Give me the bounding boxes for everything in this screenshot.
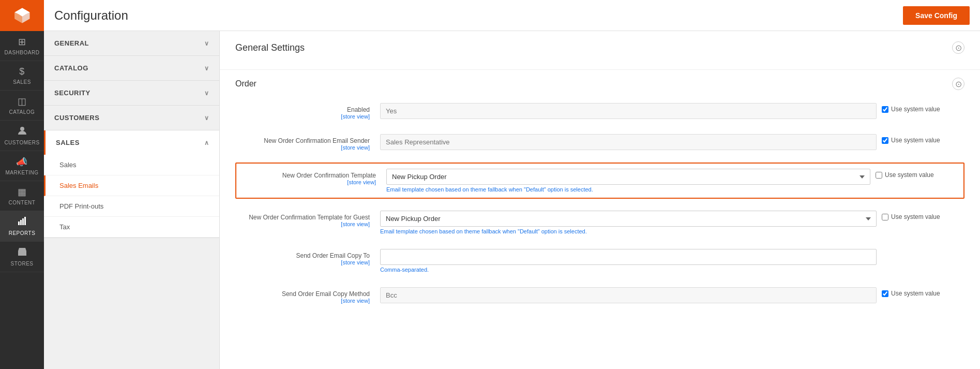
- order-template-guest-select[interactable]: New Pickup Order New Order Default: [380, 211, 877, 227]
- left-nav-panel: GENERAL ∨ CATALOG ∨ SECURITY ∨ CUSTOMERS: [44, 31, 220, 369]
- sidebar-item-sales[interactable]: $ SALES: [0, 61, 44, 91]
- field-order-sender-input: Sales Representative General Contact: [380, 134, 877, 150]
- order-template-system-value-label: Use system value: [885, 171, 934, 179]
- order-sender-system-value-checkbox[interactable]: [882, 137, 888, 144]
- general-settings-section: General Settings ⊙: [220, 31, 980, 70]
- field-order-template: New Order Confirmation Template [store v…: [235, 163, 964, 199]
- field-enabled-label: Enabled [store view]: [235, 103, 380, 120]
- chevron-down-icon: ∨: [204, 114, 209, 122]
- chevron-down-icon: ∨: [204, 90, 209, 97]
- email-copy-method-select[interactable]: Bcc Separate Email: [380, 287, 877, 303]
- catalog-icon: ◫: [18, 96, 27, 107]
- sidebar-item-reports[interactable]: REPORTS: [0, 211, 44, 242]
- nav-section-catalog: CATALOG ∨: [44, 56, 219, 81]
- field-order-template-guest-input: New Pickup Order New Order Default Email…: [380, 211, 877, 234]
- svg-rect-2: [20, 220, 22, 225]
- field-email-copy-to-label: Send Order Email Copy To [store view]: [235, 249, 380, 265]
- order-template-system-value: Use system value: [870, 169, 958, 179]
- sidebar-item-stores[interactable]: STORES: [0, 242, 44, 272]
- order-template-guest-hint: Email template chosen based on theme fal…: [380, 228, 877, 234]
- order-template-guest-system-value-label: Use system value: [891, 213, 940, 220]
- field-email-copy-method: Send Order Email Copy Method [store view…: [235, 285, 964, 306]
- order-template-select[interactable]: New Pickup Order New Order Default: [386, 169, 870, 185]
- field-order-template-input: New Pickup Order New Order Default Email…: [386, 169, 870, 193]
- order-template-hint: Email template chosen based on theme fal…: [386, 186, 870, 193]
- dashboard-icon: ⊞: [18, 36, 26, 48]
- order-sender-select[interactable]: Sales Representative General Contact: [380, 134, 877, 150]
- content-icon: ▦: [18, 186, 27, 198]
- customers-icon: [18, 126, 27, 138]
- order-template-system-value-checkbox[interactable]: [876, 172, 882, 179]
- enabled-system-value-checkbox[interactable]: [882, 106, 888, 113]
- page-title: Configuration: [54, 8, 128, 23]
- chevron-down-icon: ∨: [204, 65, 209, 72]
- sidebar-item-label: REPORTS: [9, 230, 36, 236]
- sidebar-item-marketing[interactable]: 📣 MARKETING: [0, 151, 44, 181]
- nav-section-general-label: GENERAL: [54, 39, 89, 47]
- sidebar-item-label: CUSTOMERS: [4, 140, 39, 145]
- collapse-order-button[interactable]: ⊙: [952, 78, 964, 90]
- marketing-icon: 📣: [16, 156, 28, 168]
- field-enabled: Enabled [store view] Yes No Use: [235, 100, 964, 122]
- sales-icon: $: [19, 66, 25, 77]
- sidebar-item-customers[interactable]: CUSTOMERS: [0, 121, 44, 151]
- nav-section-catalog-label: CATALOG: [54, 64, 88, 72]
- order-sender-system-value-label: Use system value: [891, 137, 940, 144]
- content-area: GENERAL ∨ CATALOG ∨ SECURITY ∨ CUSTOMERS: [44, 31, 980, 369]
- collapse-general-button[interactable]: ⊙: [952, 41, 964, 54]
- nav-section-general-header[interactable]: GENERAL ∨: [44, 31, 219, 55]
- nav-section-customers-header[interactable]: CUSTOMERS ∨: [44, 106, 219, 130]
- email-copy-to-system-value: [877, 249, 964, 252]
- order-template-guest-system-value-checkbox[interactable]: [882, 214, 888, 220]
- chevron-down-icon: ∨: [204, 40, 209, 47]
- nav-section-security-label: SECURITY: [54, 89, 91, 97]
- field-order-template-guest: New Order Confirmation Template for Gues…: [235, 208, 964, 237]
- nav-section-sales: SALES ∧ Sales Sales Emails PDF Print-out…: [44, 130, 219, 238]
- nav-sub-item-sales-emails[interactable]: Sales Emails: [44, 175, 219, 196]
- general-settings-title: General Settings: [235, 42, 305, 53]
- email-copy-method-system-value-label: Use system value: [891, 290, 940, 297]
- enabled-select[interactable]: Yes No: [380, 103, 877, 119]
- enabled-system-value: Use system value: [877, 103, 964, 113]
- order-section-header: Order ⊙: [235, 78, 964, 90]
- field-email-copy-to-input: Comma-separated.: [380, 249, 877, 273]
- main-content: Configuration Save Config GENERAL ∨ CATA…: [44, 0, 980, 369]
- field-order-template-guest-label: New Order Confirmation Template for Gues…: [235, 211, 380, 227]
- email-copy-to-input[interactable]: [380, 249, 877, 265]
- nav-sub-item-sales[interactable]: Sales: [44, 155, 219, 175]
- email-copy-method-system-value-checkbox[interactable]: [882, 290, 888, 297]
- svg-rect-6: [21, 253, 24, 256]
- field-order-template-label: New Order Confirmation Template [store v…: [242, 169, 386, 185]
- sidebar-item-label: SALES: [13, 79, 31, 85]
- nav-section-customers: CUSTOMERS ∨: [44, 106, 219, 130]
- field-enabled-input: Yes No: [380, 103, 877, 119]
- field-email-copy-method-label: Send Order Email Copy Method [store view…: [235, 287, 380, 304]
- svg-rect-1: [18, 222, 20, 225]
- nav-section-sales-label: SALES: [56, 139, 80, 146]
- page-header: Configuration Save Config: [44, 0, 980, 31]
- svg-rect-4: [24, 217, 26, 225]
- nav-section-security-header[interactable]: SECURITY ∨: [44, 81, 219, 105]
- nav-sub-item-pdf-printouts[interactable]: PDF Print-outs: [44, 196, 219, 217]
- nav-sub-item-tax[interactable]: Tax: [44, 217, 219, 238]
- sidebar-item-catalog[interactable]: ◫ CATALOG: [0, 91, 44, 121]
- order-template-guest-system-value: Use system value: [877, 211, 964, 220]
- nav-section-sales-header[interactable]: SALES ∧: [44, 130, 219, 155]
- svg-point-0: [20, 127, 24, 131]
- nav-sub-items-sales: Sales Sales Emails PDF Print-outs Tax: [44, 155, 219, 238]
- logo[interactable]: [0, 0, 44, 31]
- field-email-copy-to: Send Order Email Copy To [store view] Co…: [235, 246, 964, 275]
- order-sender-system-value: Use system value: [877, 134, 964, 144]
- nav-section-catalog-header[interactable]: CATALOG ∨: [44, 56, 219, 80]
- save-config-button[interactable]: Save Config: [903, 6, 970, 25]
- sidebar-item-label: CATALOG: [9, 109, 35, 115]
- sidebar-item-label: CONTENT: [9, 200, 36, 205]
- sidebar-item-label: DASHBOARD: [5, 50, 40, 55]
- field-order-sender-label: New Order Confirmation Email Sender [sto…: [235, 134, 380, 151]
- order-section-title: Order: [235, 79, 257, 88]
- order-section: Order ⊙ Enabled [store view] Yes No: [220, 70, 980, 323]
- reports-icon: [18, 216, 27, 228]
- sidebar-item-dashboard[interactable]: ⊞ DASHBOARD: [0, 31, 44, 61]
- sidebar-item-content[interactable]: ▦ CONTENT: [0, 181, 44, 211]
- nav-section-customers-label: CUSTOMERS: [54, 114, 99, 122]
